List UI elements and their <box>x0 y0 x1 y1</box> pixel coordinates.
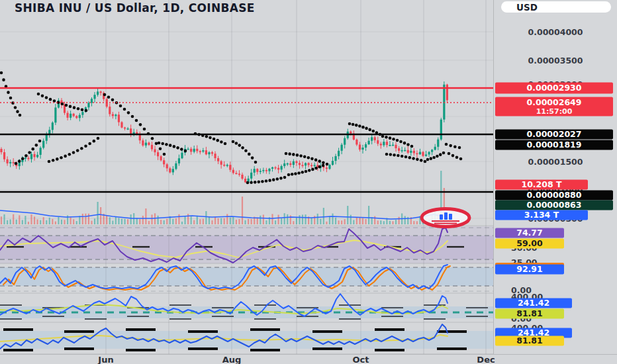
rsi-ma-value-label: 59.00 <box>495 239 564 249</box>
candle-body <box>350 132 352 134</box>
candle-body <box>181 153 183 158</box>
candle-body <box>361 148 363 150</box>
sar-dot <box>301 171 305 174</box>
sar-dot <box>458 146 461 150</box>
volume-bar <box>299 215 300 224</box>
candle-body <box>30 154 32 159</box>
volume-bar <box>205 211 207 224</box>
osc1-fast-value-label: 241.42 <box>495 298 572 308</box>
volume-bar <box>199 219 201 224</box>
candle-body <box>169 168 171 172</box>
volume-bar <box>158 216 159 224</box>
sar-dot <box>248 153 251 156</box>
candle-body <box>368 141 370 144</box>
label-text: 74.77 <box>516 229 543 238</box>
candle-body <box>24 158 26 159</box>
volume-bar <box>166 219 167 224</box>
volume-bar <box>106 216 107 224</box>
volume-bar <box>413 221 414 224</box>
price-scale[interactable]: USD 0.000040000.000035000.000030000.0000… <box>493 0 617 354</box>
candle-body <box>199 151 201 152</box>
volume-bar <box>178 214 179 224</box>
level-price-label: 0.00002027 <box>495 130 613 140</box>
candle-body <box>443 85 445 120</box>
volume-bar <box>374 216 375 224</box>
candle-body <box>265 170 267 171</box>
chart-plot-surface[interactable] <box>0 0 493 364</box>
volume-bar <box>281 218 282 224</box>
sar-dot <box>69 105 72 109</box>
volume-bar <box>197 216 198 224</box>
candle-body <box>271 167 273 169</box>
label-text: 0.00002930 <box>526 84 581 93</box>
candle-body <box>383 142 385 145</box>
volume-bar <box>260 216 261 224</box>
volume-bar <box>395 220 397 224</box>
sar-dot <box>279 177 283 180</box>
symbol-title: SHIBA INU / US Dollar, 1D, COINBASE <box>15 1 255 15</box>
sar-dot <box>305 170 308 173</box>
sar-dot <box>213 138 216 141</box>
time-axis[interactable]: JunAugOctDec <box>0 354 617 364</box>
sar-dot <box>318 165 322 169</box>
candle-body <box>211 152 213 154</box>
volume-bar <box>115 217 117 224</box>
candle-body <box>46 135 48 141</box>
candle-body <box>431 150 433 152</box>
candle-body <box>326 167 328 169</box>
sar-dot <box>135 119 138 122</box>
volume-bar <box>296 217 297 224</box>
sar-dot <box>169 144 172 147</box>
candle-body <box>428 152 430 155</box>
candle-body <box>163 160 165 164</box>
sar-dot <box>60 156 63 159</box>
currency-toggle-button[interactable]: USD <box>501 1 611 13</box>
sar-dot <box>123 108 126 111</box>
volume-bar <box>16 220 17 224</box>
volume-bar <box>287 214 288 224</box>
sar-dot <box>173 145 176 148</box>
countdown-text: 11:57:00 <box>536 107 573 114</box>
volume-bar <box>43 217 44 224</box>
candle-body <box>341 145 343 151</box>
candle-body <box>293 161 295 165</box>
candle-body <box>365 144 367 148</box>
sar-dot <box>111 99 115 102</box>
volume-bar <box>160 220 162 224</box>
volume-bar <box>326 222 327 224</box>
candle-body <box>410 151 412 153</box>
sar-dot <box>276 177 279 181</box>
candle-body <box>36 155 38 157</box>
volume-bar <box>109 217 111 224</box>
sar-dot <box>84 144 87 148</box>
sar-dot <box>28 151 31 154</box>
candle-body <box>33 154 35 158</box>
candle-body <box>380 144 382 145</box>
candle-body <box>407 150 409 153</box>
sar-dot <box>297 171 301 175</box>
sar-dot <box>31 148 34 151</box>
volume-bar <box>91 221 92 224</box>
volume-bar <box>139 219 140 224</box>
candle-body <box>305 163 307 165</box>
volume-bar <box>70 217 71 224</box>
sar-dot <box>303 155 307 158</box>
sar-dot <box>143 128 146 131</box>
sar-dot <box>16 110 19 113</box>
volume-bar <box>284 213 285 224</box>
sar-dot <box>180 148 183 151</box>
sar-dot <box>72 151 75 154</box>
sar-dot <box>436 155 439 158</box>
volume-bar <box>347 206 348 224</box>
candle-body <box>0 149 2 152</box>
chart-canvas[interactable]: SHIBA INU / US Dollar, 1D, COINBASE <box>0 0 493 354</box>
sar-dot <box>453 145 457 148</box>
volume-bar <box>203 219 204 224</box>
candle-body <box>139 135 141 141</box>
volume-bar <box>329 216 330 224</box>
candle-body <box>310 165 312 166</box>
sar-dot <box>272 178 275 181</box>
sar-dot <box>41 95 44 98</box>
candle-body <box>338 151 340 156</box>
candle-body <box>127 128 129 130</box>
